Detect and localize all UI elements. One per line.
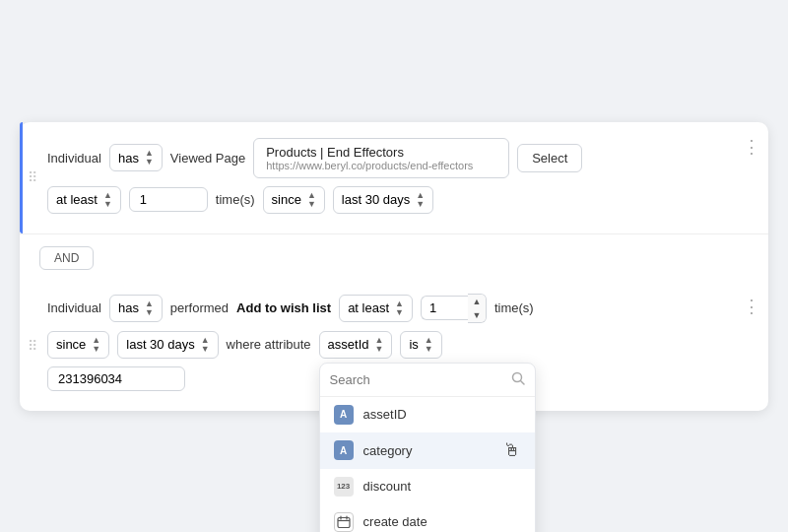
rule-2-row-1: Individual has ▲▼ performed Add to wish … [47,294,749,323]
dropdown-label-category: category [363,443,413,458]
page-url-box[interactable]: Products | End Effectors https://www.ber… [253,138,509,178]
main-container: ⠿ ⋮ Individual has ▲▼ Viewed Page Produc… [20,122,768,411]
action-label: Add to wish list [236,300,331,315]
at-least-arrows-2: ▲▼ [395,299,404,317]
rule-1-row-2: at least ▲▼ time(s) since ▲▼ last 30 day… [47,186,749,214]
is-arrows: ▲▼ [425,336,433,354]
performed-label: performed [170,300,229,315]
dropdown-label-discount: discount [363,479,411,494]
is-select[interactable]: is ▲▼ [400,331,441,359]
rule-1-section: ⠿ ⋮ Individual has ▲▼ Viewed Page Produc… [20,122,768,234]
last-30-days-arrows-2: ▲▼ [201,336,210,354]
type-badge-discount: 123 [334,477,354,497]
where-attribute-label: where attribute [227,337,311,352]
and-section: AND [20,234,768,282]
type-badge-assetid: A [334,405,354,425]
dropdown-item-assetid[interactable]: A assetID [320,397,535,432]
dropdown-item-discount[interactable]: 123 discount [320,469,535,504]
attribute-arrows: ▲▼ [375,336,384,354]
and-badge[interactable]: AND [39,246,94,270]
left-accent [20,122,23,233]
has-arrows-2: ▲▼ [145,299,154,317]
attribute-dropdown-container: assetId ▲▼ A [319,331,393,359]
count-input-1[interactable] [129,187,208,212]
search-icon [511,371,525,388]
has-select-2[interactable]: has ▲▼ [109,295,163,322]
count-spinner-2[interactable]: ▲ ▼ [421,294,487,323]
drag-handle-2[interactable]: ⠿ [28,338,37,354]
more-menu-1[interactable]: ⋮ [743,136,760,158]
more-menu-2[interactable]: ⋮ [743,296,760,317]
has-select-1[interactable]: has ▲▼ [109,144,163,171]
spin-buttons: ▲ ▼ [468,294,487,323]
rule-2-row-2: since ▲▼ last 30 days ▲▼ where attribute… [47,331,749,359]
since-arrows-2: ▲▼ [92,336,100,354]
type-badge-create-date [334,512,354,532]
viewed-page-label: Viewed Page [170,151,245,166]
dropdown-item-category[interactable]: A category 🖱 [320,432,535,469]
attribute-value-input[interactable] [47,366,185,391]
cursor-icon: 🖱 [503,440,521,461]
search-input[interactable] [330,372,505,387]
last-30-days-select-2[interactable]: last 30 days ▲▼ [117,331,218,359]
dropdown-label-create-date: create date [363,514,427,529]
last-30-days-arrows-1: ▲▼ [416,191,425,209]
attribute-dropdown-panel: A assetID A category 🖱 123 discount [319,363,536,533]
at-least-select-1[interactable]: at least ▲▼ [47,186,121,214]
times-label-1: time(s) [216,192,255,207]
last-30-days-select-1[interactable]: last 30 days ▲▼ [333,186,433,214]
type-badge-category: A [334,440,354,460]
rule-2-section: ⠿ ⋮ Individual has ▲▼ performed Add to w… [20,282,768,411]
dropdown-label-assetid: assetID [363,407,407,422]
page-url: https://www.beryl.co/products/end-effect… [266,160,496,171]
since-select-2[interactable]: since ▲▼ [47,331,109,359]
select-button[interactable]: Select [517,144,582,172]
count-input-2[interactable] [421,296,468,320]
individual-label-2: Individual [47,300,101,315]
individual-label-1: Individual [47,151,101,166]
attribute-select[interactable]: assetId ▲▼ [319,331,393,359]
spin-up[interactable]: ▲ [468,295,486,308]
svg-line-1 [520,380,524,384]
dropdown-item-create-date[interactable]: create date [320,504,535,533]
dropdown-search-row [320,364,535,397]
spin-down[interactable]: ▼ [468,308,486,322]
at-least-select-2[interactable]: at least ▲▼ [339,295,413,322]
since-select-1[interactable]: since ▲▼ [263,186,325,214]
rule-1-row-1: Individual has ▲▼ Viewed Page Products |… [47,138,749,178]
times-label-2: time(s) [494,300,534,315]
at-least-arrows-1: ▲▼ [103,191,112,209]
drag-handle-1[interactable]: ⠿ [28,169,37,185]
page-title: Products | End Effectors [266,145,496,160]
svg-rect-2 [338,517,350,527]
since-arrows-1: ▲▼ [307,191,316,209]
has-arrows-1: ▲▼ [145,149,154,166]
